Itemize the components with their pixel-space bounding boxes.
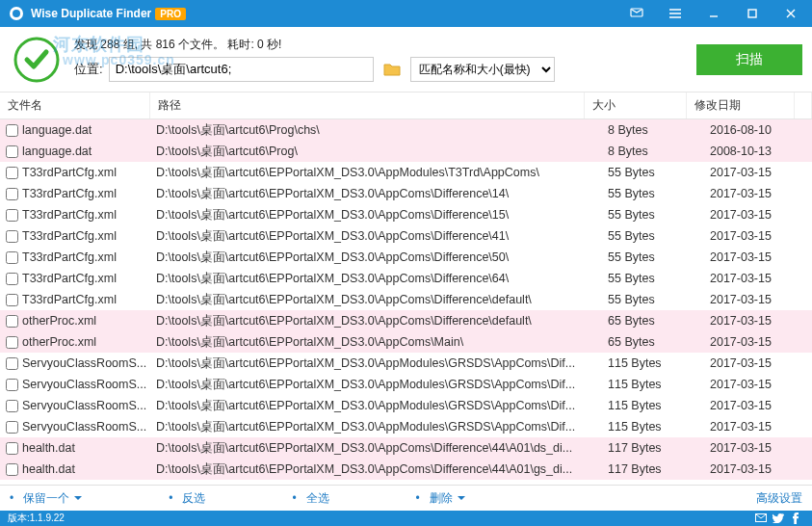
filename-cell: ServyouClassRoomS... [0, 420, 150, 434]
column-name[interactable]: 文件名 [0, 92, 150, 118]
path-cell: D:\tools\桌面\artcut6\EPPortalXM_DS3.0\App… [150, 395, 602, 416]
date-cell: 2017-03-15 [704, 183, 812, 204]
select-all-button[interactable]: 全选 [306, 490, 329, 507]
path-cell: D:\tools\桌面\artcut6\EPPortalXM_DS3.0\App… [150, 416, 602, 437]
column-path[interactable]: 路径 [150, 92, 585, 118]
filename-text: ServyouClassRoomS... [22, 356, 150, 370]
row-checkbox[interactable] [6, 463, 18, 476]
date-cell: 2017-03-15 [704, 374, 812, 395]
date-cell: 2017-03-15 [704, 331, 812, 353]
table-row[interactable]: T33rdPartCfg.xmlD:\tools\桌面\artcut6\EPPo… [0, 183, 812, 204]
row-checkbox[interactable] [6, 145, 18, 158]
table-row[interactable]: T33rdPartCfg.xmlD:\tools\桌面\artcut6\EPPo… [0, 204, 812, 225]
filename-text: T33rdPartCfg.xml [22, 229, 150, 243]
table-row[interactable]: otherProc.xmlD:\tools\桌面\artcut6\EPPorta… [0, 310, 812, 331]
table-row[interactable]: T33rdPartCfg.xmlD:\tools\桌面\artcut6\EPPo… [0, 225, 812, 247]
match-mode-select[interactable]: 匹配名称和大小(最快) [410, 57, 555, 82]
bullet-icon: • [416, 491, 420, 505]
filename-text: otherProc.xml [22, 314, 150, 328]
size-cell: 117 Bytes [602, 437, 704, 459]
table-row[interactable]: ServyouClassRoomS...D:\tools\桌面\artcut6\… [0, 416, 812, 437]
table-row[interactable]: otherProc.xmlD:\tools\桌面\artcut6\EPPorta… [0, 331, 812, 353]
filename-cell: T33rdPartCfg.xml [0, 166, 150, 179]
row-checkbox[interactable] [6, 315, 18, 328]
date-cell: 2017-03-15 [704, 204, 812, 225]
filename-cell: ServyouClassRoomS... [0, 356, 150, 370]
menu-icon[interactable] [656, 0, 694, 27]
row-checkbox[interactable] [6, 336, 18, 349]
row-checkbox[interactable] [6, 442, 18, 455]
table-body[interactable]: language.datD:\tools\桌面\artcut6\Prog\chs… [0, 119, 812, 485]
row-checkbox[interactable] [6, 273, 18, 285]
row-checkbox[interactable] [6, 209, 18, 222]
filename-cell: language.dat [0, 123, 150, 137]
invert-selection-button[interactable]: 反选 [182, 490, 205, 507]
table-row[interactable]: language.datD:\tools\桌面\artcut6\Prog\8 B… [0, 141, 812, 162]
row-checkbox[interactable] [6, 167, 18, 179]
row-checkbox[interactable] [6, 251, 18, 264]
app-icon [7, 4, 26, 23]
row-checkbox[interactable] [6, 294, 18, 306]
size-cell: 115 Bytes [602, 353, 704, 374]
size-cell: 55 Bytes [602, 225, 704, 247]
table-row[interactable]: T33rdPartCfg.xmlD:\tools\桌面\artcut6\EPPo… [0, 268, 812, 289]
row-checkbox[interactable] [6, 379, 18, 391]
results-table: 文件名 路径 大小 修改日期 language.datD:\tools\桌面\a… [0, 92, 812, 485]
bullet-icon: • [169, 491, 172, 505]
mail-icon[interactable] [752, 511, 770, 526]
scan-button[interactable]: 扫描 [696, 44, 802, 75]
filename-cell: language.dat [0, 145, 150, 158]
size-cell: 115 Bytes [602, 395, 704, 416]
twitter-icon[interactable] [770, 511, 787, 526]
date-cell: 2017-03-15 [704, 395, 812, 416]
table-row[interactable]: health.datD:\tools\桌面\artcut6\EPPortalXM… [0, 437, 812, 459]
app-title: Wise Duplicate Finder [31, 7, 151, 20]
delete-button[interactable]: 删除 [430, 490, 465, 507]
filename-cell: T33rdPartCfg.xml [0, 208, 150, 222]
row-checkbox[interactable] [6, 188, 18, 200]
row-checkbox[interactable] [6, 124, 18, 137]
filename-text: ServyouClassRoomS... [22, 399, 150, 412]
column-date[interactable]: 修改日期 [687, 92, 795, 118]
date-cell: 2008-10-13 [704, 141, 812, 162]
bullet-icon: • [10, 491, 13, 505]
column-size[interactable]: 大小 [585, 92, 687, 118]
chevron-down-icon [458, 496, 465, 500]
table-row[interactable]: ServyouClassRoomS...D:\tools\桌面\artcut6\… [0, 374, 812, 395]
close-button[interactable] [772, 0, 810, 27]
table-row[interactable]: T33rdPartCfg.xmlD:\tools\桌面\artcut6\EPPo… [0, 289, 812, 310]
table-row[interactable]: health.datD:\tools\桌面\artcut6\EPPortalXM… [0, 459, 812, 480]
feedback-icon[interactable] [617, 0, 656, 27]
path-cell: D:\tools\桌面\artcut6\EPPortalXM_DS3.0\App… [150, 204, 602, 225]
keep-one-button[interactable]: 保留一个 [23, 490, 82, 507]
size-cell: 65 Bytes [602, 310, 704, 331]
row-checkbox[interactable] [6, 421, 18, 434]
row-checkbox[interactable] [6, 357, 18, 370]
filename-text: language.dat [22, 123, 150, 137]
table-row[interactable]: T33rdPartCfg.xmlD:\tools\桌面\artcut6\EPPo… [0, 247, 812, 268]
path-cell: D:\tools\桌面\artcut6\EPPortalXM_DS3.0\App… [150, 331, 602, 353]
browse-folder-button[interactable] [380, 57, 405, 82]
maximize-button[interactable] [733, 0, 772, 27]
minimize-button[interactable] [694, 0, 733, 27]
facebook-icon[interactable] [787, 511, 804, 526]
filename-text: health.dat [22, 441, 150, 455]
row-checkbox[interactable] [6, 400, 18, 412]
filename-cell: ServyouClassRoomS... [0, 399, 150, 412]
filename-cell: T33rdPartCfg.xml [0, 187, 150, 200]
advanced-settings-button[interactable]: 高级设置 [756, 490, 802, 507]
filename-text: T33rdPartCfg.xml [22, 293, 150, 306]
table-row[interactable]: T33rdPartCfg.xmlD:\tools\桌面\artcut6\EPPo… [0, 162, 812, 183]
path-cell: D:\tools\桌面\artcut6\EPPortalXM_DS3.0\App… [150, 289, 602, 310]
filename-cell: T33rdPartCfg.xml [0, 293, 150, 306]
row-checkbox[interactable] [6, 230, 18, 243]
date-cell: 2017-03-15 [704, 225, 812, 247]
date-cell: 2017-03-15 [704, 268, 812, 289]
svg-rect-3 [748, 10, 756, 17]
scan-status: 发现 288 组, 共 816 个文件。 耗时: 0 秒! [74, 37, 685, 53]
table-row[interactable]: language.datD:\tools\桌面\artcut6\Prog\chs… [0, 119, 812, 141]
table-row[interactable]: ServyouClassRoomS...D:\tools\桌面\artcut6\… [0, 353, 812, 374]
size-cell: 117 Bytes [602, 459, 704, 480]
path-cell: D:\tools\桌面\artcut6\EPPortalXM_DS3.0\App… [150, 268, 602, 289]
table-row[interactable]: ServyouClassRoomS...D:\tools\桌面\artcut6\… [0, 395, 812, 416]
